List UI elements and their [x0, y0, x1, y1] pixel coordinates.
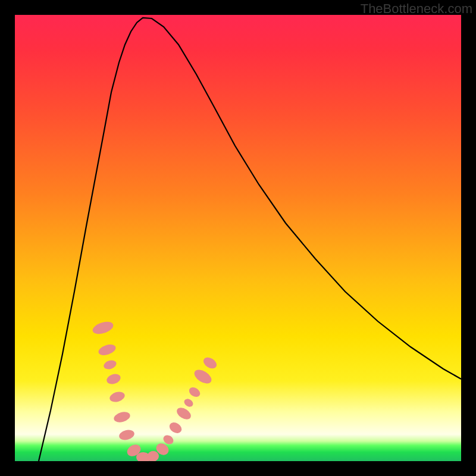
watermark-text: TheBottleneck.com: [361, 1, 472, 17]
marker-bead: [183, 397, 195, 409]
marker-bead: [167, 420, 183, 435]
marker-bead: [118, 428, 135, 441]
plot-svg: [15, 15, 461, 461]
marker-bead: [102, 359, 117, 371]
marker-bead: [97, 343, 117, 357]
marker-bead: [105, 372, 122, 386]
marker-bead: [192, 367, 214, 386]
marker-bead: [175, 405, 193, 421]
bottleneck-curve: [39, 18, 461, 461]
marker-bead: [187, 386, 202, 399]
marker-bead: [91, 320, 115, 336]
chart-frame: TheBottleneck.com: [0, 0, 476, 476]
plot-area: [15, 15, 461, 461]
marker-bead: [202, 355, 219, 371]
marker-bead: [112, 410, 131, 424]
marker-bead: [108, 390, 126, 404]
marker-beads: [91, 320, 218, 461]
